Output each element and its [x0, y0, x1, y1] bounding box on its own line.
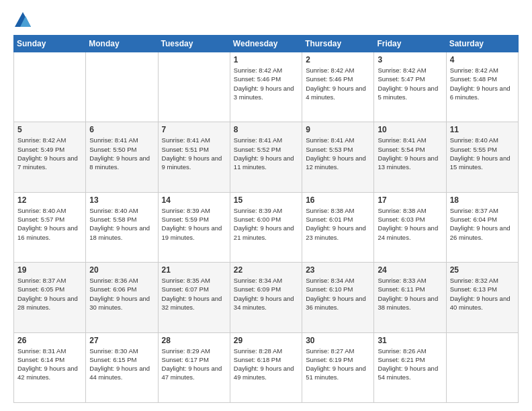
- cell-content: Sunrise: 8:35 AM Sunset: 6:07 PM Dayligh…: [162, 276, 226, 312]
- calendar-cell: [86, 52, 158, 122]
- cell-content: Sunrise: 8:30 AM Sunset: 6:15 PM Dayligh…: [89, 347, 154, 382]
- day-number: 25: [450, 265, 515, 275]
- calendar-week-row: 5Sunrise: 8:42 AM Sunset: 5:49 PM Daylig…: [14, 122, 519, 192]
- cell-content: Sunrise: 8:42 AM Sunset: 5:47 PM Dayligh…: [378, 66, 442, 101]
- logo-icon: [13, 11, 32, 30]
- calendar-cell: 5Sunrise: 8:42 AM Sunset: 5:49 PM Daylig…: [14, 122, 86, 192]
- cell-content: Sunrise: 8:32 AM Sunset: 6:13 PM Dayligh…: [450, 276, 515, 312]
- calendar-week-row: 1Sunrise: 8:42 AM Sunset: 5:46 PM Daylig…: [14, 52, 519, 122]
- calendar-cell: 28Sunrise: 8:29 AM Sunset: 6:17 PM Dayli…: [158, 332, 230, 402]
- day-number: 18: [450, 195, 515, 205]
- cell-content: Sunrise: 8:37 AM Sunset: 6:04 PM Dayligh…: [450, 206, 515, 242]
- calendar-cell: 18Sunrise: 8:37 AM Sunset: 6:04 PM Dayli…: [446, 192, 518, 262]
- calendar-cell: 26Sunrise: 8:31 AM Sunset: 6:14 PM Dayli…: [14, 332, 86, 402]
- calendar-cell: 1Sunrise: 8:42 AM Sunset: 5:46 PM Daylig…: [230, 52, 302, 122]
- day-number: 3: [378, 55, 442, 64]
- day-number: 2: [306, 55, 370, 64]
- calendar-cell: 3Sunrise: 8:42 AM Sunset: 5:47 PM Daylig…: [374, 52, 446, 122]
- calendar-cell: 21Sunrise: 8:35 AM Sunset: 6:07 PM Dayli…: [158, 263, 230, 332]
- calendar-cell: 10Sunrise: 8:41 AM Sunset: 5:54 PM Dayli…: [374, 122, 446, 192]
- calendar-week-row: 12Sunrise: 8:40 AM Sunset: 5:57 PM Dayli…: [14, 192, 519, 262]
- calendar-week-row: 19Sunrise: 8:37 AM Sunset: 6:05 PM Dayli…: [14, 263, 519, 332]
- day-number: 23: [306, 265, 370, 275]
- cell-content: Sunrise: 8:41 AM Sunset: 5:50 PM Dayligh…: [89, 136, 154, 171]
- cell-content: Sunrise: 8:41 AM Sunset: 5:52 PM Dayligh…: [234, 136, 298, 171]
- calendar-week-row: 26Sunrise: 8:31 AM Sunset: 6:14 PM Dayli…: [14, 332, 519, 402]
- cell-content: Sunrise: 8:41 AM Sunset: 5:54 PM Dayligh…: [378, 136, 442, 171]
- header: [13, 11, 519, 30]
- calendar-cell: 15Sunrise: 8:39 AM Sunset: 6:00 PM Dayli…: [230, 192, 302, 262]
- cell-content: Sunrise: 8:36 AM Sunset: 6:06 PM Dayligh…: [89, 276, 154, 312]
- calendar-cell: 4Sunrise: 8:42 AM Sunset: 5:48 PM Daylig…: [446, 52, 518, 122]
- cell-content: Sunrise: 8:26 AM Sunset: 6:21 PM Dayligh…: [378, 347, 442, 382]
- calendar-cell: 29Sunrise: 8:28 AM Sunset: 6:18 PM Dayli…: [230, 332, 302, 402]
- calendar-cell: 16Sunrise: 8:38 AM Sunset: 6:01 PM Dayli…: [302, 192, 374, 262]
- cell-content: Sunrise: 8:39 AM Sunset: 5:59 PM Dayligh…: [162, 206, 226, 242]
- calendar-cell: 17Sunrise: 8:38 AM Sunset: 6:03 PM Dayli…: [374, 192, 446, 262]
- weekday-header-cell: Wednesday: [230, 36, 302, 52]
- cell-content: Sunrise: 8:42 AM Sunset: 5:46 PM Dayligh…: [234, 66, 298, 101]
- day-number: 5: [17, 125, 82, 134]
- calendar-cell: 12Sunrise: 8:40 AM Sunset: 5:57 PM Dayli…: [14, 192, 86, 262]
- day-number: 17: [378, 195, 442, 205]
- day-number: 8: [234, 125, 298, 134]
- calendar-cell: 24Sunrise: 8:33 AM Sunset: 6:11 PM Dayli…: [374, 263, 446, 332]
- weekday-header-row: SundayMondayTuesdayWednesdayThursdayFrid…: [14, 36, 519, 52]
- calendar-cell: 30Sunrise: 8:27 AM Sunset: 6:19 PM Dayli…: [302, 332, 374, 402]
- cell-content: Sunrise: 8:42 AM Sunset: 5:49 PM Dayligh…: [17, 136, 82, 171]
- weekday-header-cell: Saturday: [446, 36, 518, 52]
- day-number: 29: [234, 336, 298, 345]
- day-number: 9: [306, 125, 370, 134]
- day-number: 6: [89, 125, 154, 134]
- day-number: 24: [378, 265, 442, 275]
- calendar-cell: 6Sunrise: 8:41 AM Sunset: 5:50 PM Daylig…: [86, 122, 158, 192]
- cell-content: Sunrise: 8:34 AM Sunset: 6:09 PM Dayligh…: [234, 276, 298, 312]
- calendar-table: SundayMondayTuesdayWednesdayThursdayFrid…: [13, 35, 519, 403]
- calendar-cell: 25Sunrise: 8:32 AM Sunset: 6:13 PM Dayli…: [446, 263, 518, 332]
- cell-content: Sunrise: 8:27 AM Sunset: 6:19 PM Dayligh…: [306, 347, 370, 382]
- calendar-cell: 27Sunrise: 8:30 AM Sunset: 6:15 PM Dayli…: [86, 332, 158, 402]
- calendar-cell: 14Sunrise: 8:39 AM Sunset: 5:59 PM Dayli…: [158, 192, 230, 262]
- calendar-cell: 13Sunrise: 8:40 AM Sunset: 5:58 PM Dayli…: [86, 192, 158, 262]
- day-number: 12: [17, 195, 82, 205]
- calendar-cell: 31Sunrise: 8:26 AM Sunset: 6:21 PM Dayli…: [374, 332, 446, 402]
- calendar-page: SundayMondayTuesdayWednesdayThursdayFrid…: [0, 0, 532, 411]
- calendar-cell: 8Sunrise: 8:41 AM Sunset: 5:52 PM Daylig…: [230, 122, 302, 192]
- calendar-cell: [14, 52, 86, 122]
- cell-content: Sunrise: 8:37 AM Sunset: 6:05 PM Dayligh…: [17, 276, 82, 312]
- day-number: 7: [162, 125, 226, 134]
- calendar-cell: [158, 52, 230, 122]
- calendar-cell: 23Sunrise: 8:34 AM Sunset: 6:10 PM Dayli…: [302, 263, 374, 332]
- cell-content: Sunrise: 8:39 AM Sunset: 6:00 PM Dayligh…: [234, 206, 298, 242]
- cell-content: Sunrise: 8:33 AM Sunset: 6:11 PM Dayligh…: [378, 276, 442, 312]
- day-number: 15: [234, 195, 298, 205]
- cell-content: Sunrise: 8:38 AM Sunset: 6:01 PM Dayligh…: [306, 206, 370, 242]
- cell-content: Sunrise: 8:34 AM Sunset: 6:10 PM Dayligh…: [306, 276, 370, 312]
- day-number: 11: [450, 125, 515, 134]
- day-number: 19: [17, 265, 82, 275]
- cell-content: Sunrise: 8:42 AM Sunset: 5:48 PM Dayligh…: [450, 66, 515, 101]
- cell-content: Sunrise: 8:40 AM Sunset: 5:57 PM Dayligh…: [17, 206, 82, 242]
- calendar-cell: [446, 332, 518, 402]
- logo: [13, 11, 35, 30]
- day-number: 21: [162, 265, 226, 275]
- cell-content: Sunrise: 8:40 AM Sunset: 5:55 PM Dayligh…: [450, 136, 515, 171]
- day-number: 22: [234, 265, 298, 275]
- day-number: 4: [450, 55, 515, 64]
- calendar-cell: 19Sunrise: 8:37 AM Sunset: 6:05 PM Dayli…: [14, 263, 86, 332]
- cell-content: Sunrise: 8:40 AM Sunset: 5:58 PM Dayligh…: [89, 206, 154, 242]
- cell-content: Sunrise: 8:29 AM Sunset: 6:17 PM Dayligh…: [162, 347, 226, 382]
- cell-content: Sunrise: 8:41 AM Sunset: 5:51 PM Dayligh…: [162, 136, 226, 171]
- day-number: 20: [89, 265, 154, 275]
- cell-content: Sunrise: 8:42 AM Sunset: 5:46 PM Dayligh…: [306, 66, 370, 101]
- day-number: 27: [89, 336, 154, 345]
- day-number: 26: [17, 336, 82, 345]
- day-number: 30: [306, 336, 370, 345]
- cell-content: Sunrise: 8:31 AM Sunset: 6:14 PM Dayligh…: [17, 347, 82, 382]
- calendar-body: 1Sunrise: 8:42 AM Sunset: 5:46 PM Daylig…: [14, 52, 519, 403]
- day-number: 28: [162, 336, 226, 345]
- cell-content: Sunrise: 8:41 AM Sunset: 5:53 PM Dayligh…: [306, 136, 370, 171]
- weekday-header-cell: Tuesday: [158, 36, 230, 52]
- day-number: 10: [378, 125, 442, 134]
- calendar-cell: 7Sunrise: 8:41 AM Sunset: 5:51 PM Daylig…: [158, 122, 230, 192]
